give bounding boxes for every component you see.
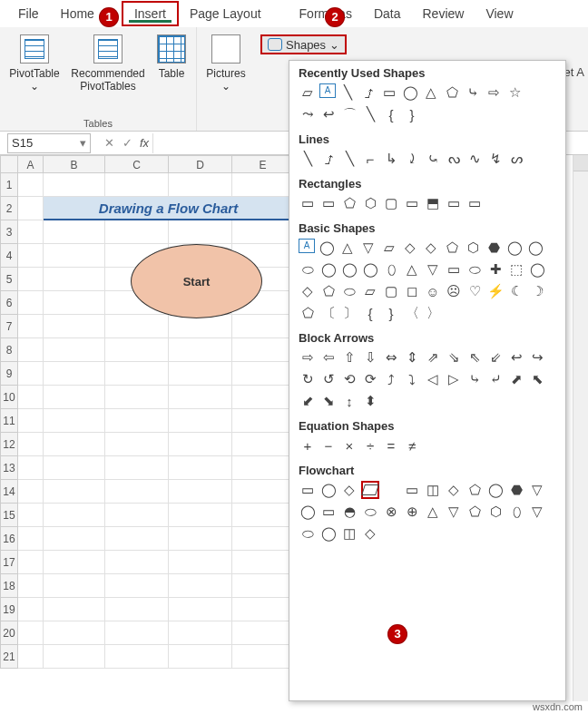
shape-item[interactable]: ⚡ (486, 282, 505, 300)
shapes-button[interactable]: Shapes ⌄ (260, 34, 347, 54)
shape-item[interactable]: ⤷ (464, 83, 482, 102)
shape-item[interactable]: ↕ (340, 392, 358, 410)
shape-item[interactable]: ▭ (299, 194, 317, 212)
shape-item[interactable]: ▱ (380, 239, 398, 257)
cell[interactable] (44, 574, 105, 598)
shape-item[interactable]: ⬣ (507, 481, 525, 499)
shape-item[interactable]: ▭ (299, 481, 317, 499)
shape-item[interactable]: ◯ (528, 260, 546, 279)
shape-item[interactable]: ≠ (403, 436, 421, 455)
cell[interactable] (18, 551, 44, 574)
shape-item[interactable] (361, 481, 379, 499)
shape-item[interactable]: 〔 (319, 304, 338, 322)
column-header[interactable]: A (18, 155, 44, 173)
row-header[interactable]: 2 (0, 197, 18, 220)
shape-item[interactable]: ╲ (299, 150, 317, 168)
shape-item[interactable]: ⤸ (403, 150, 421, 168)
shape-item[interactable]: ◇ (401, 239, 419, 257)
name-box-dropdown-icon[interactable]: ▾ (80, 136, 86, 150)
shape-item[interactable]: ⇦ (319, 348, 338, 367)
shape-item[interactable]: ◯ (486, 481, 505, 499)
shape-item[interactable]: ▭ (445, 260, 463, 279)
cell[interactable] (232, 433, 294, 456)
row-header[interactable]: 17 (0, 551, 18, 574)
cell[interactable] (44, 456, 105, 480)
cell[interactable] (232, 338, 294, 362)
column-header[interactable]: B (44, 155, 105, 173)
shape-item[interactable]: A (299, 239, 315, 253)
shape-item[interactable]: 〈 (403, 304, 421, 322)
shape-item[interactable]: ▢ (382, 282, 400, 300)
shape-item[interactable]: △ (424, 503, 442, 521)
shape-item[interactable]: ⬋ (299, 392, 317, 410)
shape-item[interactable]: ◯ (505, 239, 524, 257)
select-all-corner[interactable] (0, 155, 18, 173)
cell[interactable] (105, 527, 169, 551)
shape-item[interactable]: ▷ (445, 370, 463, 388)
row-header[interactable]: 20 (0, 621, 18, 645)
row-header[interactable]: 11 (0, 409, 18, 433)
shape-item[interactable]: ⬡ (361, 194, 379, 212)
cell[interactable] (169, 362, 232, 386)
shape-item[interactable]: ⬭ (299, 524, 317, 543)
row-header[interactable]: 21 (0, 645, 18, 669)
cell[interactable] (169, 456, 232, 480)
shape-item[interactable]: ⬊ (319, 392, 338, 410)
cell[interactable] (44, 291, 105, 315)
shape-item[interactable]: ◇ (422, 239, 440, 257)
shape-item[interactable]: ▽ (424, 260, 442, 279)
shape-item[interactable]: ☆ (505, 83, 524, 102)
shape-item[interactable]: ᔓ (445, 150, 463, 168)
tab-data[interactable]: Data (363, 3, 412, 24)
shape-item[interactable]: ☾ (507, 282, 525, 300)
cell[interactable] (169, 409, 232, 433)
cell[interactable] (105, 574, 169, 598)
cell[interactable] (232, 480, 294, 504)
tab-page-layout[interactable]: Page Layout (179, 3, 272, 24)
cancel-button[interactable]: ✕ (100, 136, 118, 150)
cell[interactable] (44, 504, 105, 527)
cell[interactable] (105, 409, 169, 433)
shape-item[interactable]: 〕 (340, 304, 358, 322)
shape-item[interactable]: ◫ (340, 524, 358, 543)
shape-item[interactable]: ⇘ (445, 348, 463, 367)
tab-view[interactable]: View (475, 3, 524, 24)
shape-item[interactable]: ⬡ (486, 503, 505, 521)
pivottable-button[interactable]: PivotTable ⌄ (4, 31, 65, 96)
shape-item[interactable]: ⇗ (424, 348, 442, 367)
cell[interactable] (18, 315, 44, 338)
shape-item[interactable]: ↺ (319, 370, 338, 388)
shape-item[interactable]: ◇ (299, 282, 317, 300)
row-header[interactable]: 3 (0, 220, 18, 244)
tab-insert[interactable]: Insert (122, 1, 179, 26)
shape-item[interactable]: ⬍ (361, 392, 379, 410)
shape-item[interactable]: ▱ (361, 282, 379, 300)
cell[interactable] (232, 362, 294, 386)
cell[interactable] (169, 173, 232, 197)
shape-item[interactable]: ⤿ (424, 150, 442, 168)
row-header[interactable]: 9 (0, 362, 18, 386)
shape-item[interactable]: ▢ (382, 194, 400, 212)
shape-item[interactable]: ◇ (340, 481, 358, 499)
cell[interactable] (105, 338, 169, 362)
cell[interactable] (105, 551, 169, 574)
cell[interactable] (232, 598, 294, 621)
cell[interactable] (44, 480, 105, 504)
shape-item[interactable]: ◯ (319, 260, 338, 279)
shape-item[interactable]: ⬭ (299, 260, 317, 279)
shape-item[interactable]: ⟲ (340, 370, 358, 388)
shape-item[interactable]: ⇨ (299, 348, 317, 367)
cell[interactable] (105, 315, 169, 338)
pictures-button[interactable]: Pictures ⌄ (201, 31, 251, 96)
cell[interactable] (18, 504, 44, 527)
shape-item[interactable]: ⬠ (466, 503, 484, 521)
shape-item[interactable]: ◯ (340, 260, 358, 279)
cell[interactable] (44, 386, 105, 409)
shape-item[interactable]: ◯ (319, 481, 338, 499)
cell[interactable] (18, 173, 44, 197)
cell[interactable] (18, 268, 44, 291)
shape-item[interactable]: ⊗ (382, 503, 400, 521)
row-header[interactable]: 12 (0, 433, 18, 456)
shape-item[interactable]: ⬠ (443, 83, 461, 102)
shape-item[interactable] (382, 481, 400, 499)
